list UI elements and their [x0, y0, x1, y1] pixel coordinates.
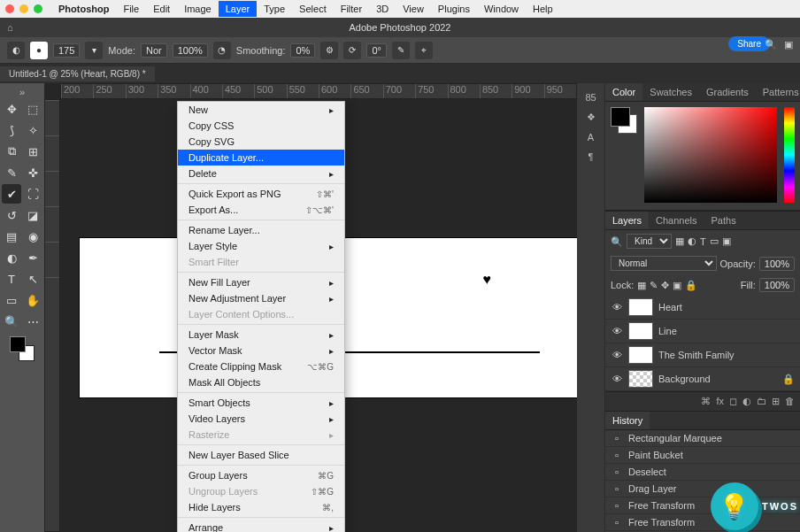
visibility-icon[interactable]: 👁 [611, 350, 623, 360]
menu-item[interactable]: New Layer Based Slice [178, 447, 344, 463]
opacity-field[interactable]: 100% [173, 43, 208, 58]
opacity-value[interactable]: 100% [759, 257, 795, 271]
menu-item[interactable]: Group Layers⌘G [178, 467, 344, 483]
menu-item[interactable]: Quick Export as PNG⇧⌘' [178, 186, 344, 202]
dodge-tool-icon[interactable]: ◐ [2, 248, 21, 267]
tab-patterns[interactable]: Patterns [756, 83, 800, 101]
edit-toolbar-icon[interactable]: ⋯ [23, 312, 42, 331]
history-row[interactable]: ▫Paint Bucket [605, 447, 800, 464]
layer-style-icon[interactable]: fx [716, 396, 724, 407]
menu-item[interactable]: Arrange [178, 520, 344, 532]
minimize-window-icon[interactable] [19, 4, 28, 13]
lock-position-icon[interactable]: ✥ [661, 280, 669, 291]
brush-icon[interactable]: ● [30, 42, 48, 59]
butterfly-icon[interactable]: ⌖ [415, 42, 433, 59]
layer-mask-icon[interactable]: ◻ [729, 396, 737, 407]
marquee-tool-icon[interactable]: ⬚ [23, 99, 42, 119]
visibility-icon[interactable]: 👁 [611, 302, 623, 312]
tab-paths[interactable]: Paths [704, 212, 743, 229]
lasso-tool-icon[interactable]: ⟆ [2, 120, 21, 140]
adjustment-layer-icon[interactable]: ◐ [742, 396, 751, 407]
menu-3d[interactable]: 3D [369, 1, 396, 17]
workspace-icon[interactable]: ▣ [784, 39, 793, 50]
tab-color[interactable]: Color [605, 83, 642, 101]
dock-icon-4[interactable]: ¶ [588, 151, 594, 162]
menu-window[interactable]: Window [477, 1, 526, 17]
menu-layer[interactable]: Layer [219, 1, 258, 17]
shape-tool-icon[interactable]: ▭ [2, 290, 21, 310]
eraser-tool-icon[interactable]: ◪ [23, 205, 42, 225]
gear-icon[interactable]: ⚙ [320, 42, 338, 59]
color-swatches[interactable] [10, 336, 35, 361]
menu-app-name[interactable]: Photoshop [51, 1, 116, 17]
canvas-area[interactable]: 2002503003504004505005506006507007508008… [44, 83, 577, 532]
filter-shape-icon[interactable]: ▭ [710, 235, 719, 247]
menu-select[interactable]: Select [292, 1, 334, 17]
menu-type[interactable]: Type [257, 1, 292, 17]
menu-item[interactable]: Video Layers [178, 411, 344, 427]
type-tool-icon[interactable]: T [2, 269, 21, 289]
tab-layers[interactable]: Layers [605, 212, 649, 229]
menu-item[interactable]: Copy CSS [178, 118, 344, 134]
history-row[interactable]: ▫Deselect [605, 464, 800, 481]
wand-tool-icon[interactable]: ✧ [23, 120, 42, 140]
menu-item[interactable]: Hide Layers⌘, [178, 499, 344, 515]
maximize-window-icon[interactable] [34, 4, 42, 13]
lock-transparency-icon[interactable]: ▦ [637, 280, 646, 291]
move-tool-icon[interactable]: ✥ [2, 99, 21, 119]
tab-swatches[interactable]: Swatches [642, 83, 699, 101]
toolbox-expand-icon[interactable]: » [19, 87, 25, 97]
menu-filter[interactable]: Filter [334, 1, 369, 17]
tab-channels[interactable]: Channels [649, 212, 704, 229]
brush-options-icon[interactable]: ▾ [85, 42, 103, 59]
filter-smart-icon[interactable]: ▣ [722, 235, 731, 247]
document-tab[interactable]: Untitled-1 @ 25% (Heart, RGB/8) * [0, 66, 155, 81]
menu-item[interactable]: Layer Mask [178, 327, 344, 343]
menu-image[interactable]: Image [177, 1, 219, 17]
layer-row[interactable]: 👁The Smith Family [605, 343, 800, 367]
smoothing-field[interactable]: 0% [290, 43, 315, 58]
frame-tool-icon[interactable]: ⊞ [23, 142, 42, 161]
hand-tool-icon[interactable]: ✋ [23, 290, 42, 310]
trash-icon[interactable]: 🗑 [785, 396, 795, 407]
menu-item[interactable]: Duplicate Layer... [178, 150, 344, 166]
search-icon[interactable]: 🔍 [765, 39, 777, 50]
new-layer-icon[interactable]: ⊞ [772, 396, 780, 407]
menu-help[interactable]: Help [526, 1, 560, 17]
visibility-icon[interactable]: 👁 [611, 374, 623, 384]
eyedropper-tool-icon[interactable]: ✎ [2, 163, 21, 182]
menu-item[interactable]: Smart Objects [178, 395, 344, 411]
home-icon[interactable]: ⌂ [7, 22, 13, 33]
group-icon[interactable]: 🗀 [757, 396, 766, 407]
layer-row[interactable]: 👁Line [605, 320, 800, 343]
fill-value[interactable]: 100% [759, 278, 795, 292]
symmetry-icon[interactable]: ✎ [392, 42, 410, 59]
dock-icon-2[interactable]: ❖ [587, 112, 596, 123]
angle-field[interactable]: 0° [366, 43, 387, 58]
color-foreground[interactable] [611, 107, 630, 127]
menu-edit[interactable]: Edit [146, 1, 177, 17]
layer-row[interactable]: 👁Heart [605, 296, 800, 320]
tab-history[interactable]: History [605, 412, 650, 429]
menu-item[interactable]: Create Clipping Mask⌥⌘G [178, 359, 344, 374]
layer-thumbnail[interactable] [628, 322, 653, 340]
layer-row[interactable]: 👁Background🔒 [605, 367, 800, 391]
tool-preset-icon[interactable]: ◐ [7, 42, 25, 59]
menu-item[interactable]: New [178, 102, 344, 118]
filter-adjust-icon[interactable]: ◐ [688, 235, 696, 247]
menu-item[interactable]: New Adjustment Layer [178, 290, 344, 306]
menu-item[interactable]: Copy SVG [178, 134, 344, 150]
filter-type-icon[interactable]: T [700, 236, 706, 247]
layer-thumbnail[interactable] [628, 370, 653, 388]
gradient-tool-icon[interactable]: ▤ [2, 227, 21, 246]
menu-item[interactable]: Vector Mask [178, 343, 344, 359]
menu-item[interactable]: Layer Style [178, 238, 344, 254]
lock-artboard-icon[interactable]: ▣ [673, 280, 681, 291]
dock-icon-3[interactable]: A [588, 132, 594, 143]
zoom-tool-icon[interactable]: 🔍 [2, 312, 21, 331]
menu-plugins[interactable]: Plugins [431, 1, 477, 17]
menu-item[interactable]: Rename Layer... [178, 222, 344, 238]
history-brush-tool-icon[interactable]: ↺ [2, 205, 21, 225]
brush-size[interactable]: 175 [53, 43, 80, 58]
brush-tool-icon[interactable]: ✔ [2, 184, 21, 204]
